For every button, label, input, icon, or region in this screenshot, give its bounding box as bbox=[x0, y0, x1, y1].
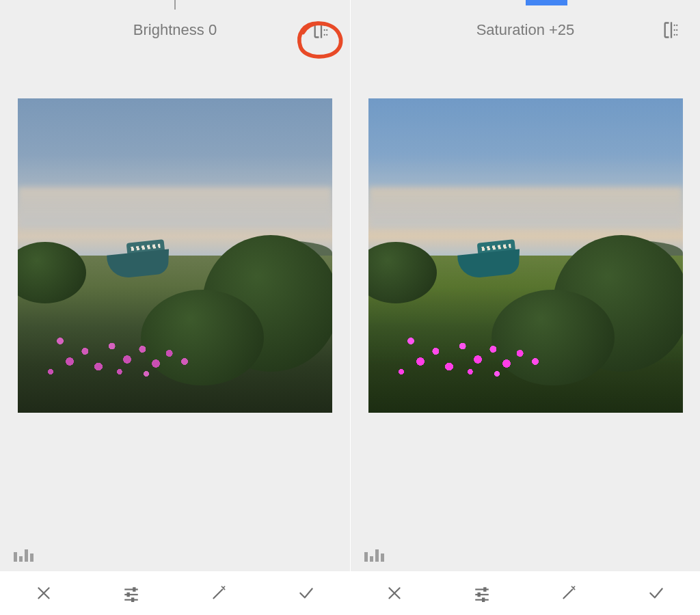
magic-wand-button[interactable] bbox=[552, 577, 585, 610]
svg-point-1 bbox=[324, 25, 325, 26]
svg-point-17 bbox=[676, 29, 677, 31]
svg-point-5 bbox=[324, 34, 325, 36]
compare-button[interactable] bbox=[312, 20, 331, 40]
photo-preview bbox=[18, 98, 332, 413]
photo-preview bbox=[368, 98, 683, 413]
svg-point-15 bbox=[676, 25, 677, 26]
svg-rect-10 bbox=[133, 587, 135, 592]
svg-point-2 bbox=[326, 25, 327, 26]
apply-button[interactable] bbox=[290, 577, 323, 610]
cancel-button[interactable] bbox=[27, 577, 60, 610]
editor-panel-left: Brightness 0 bbox=[0, 0, 350, 615]
svg-point-14 bbox=[674, 25, 675, 26]
bottom-toolbar bbox=[0, 571, 350, 615]
checkmark-icon bbox=[647, 584, 665, 602]
histogram-icon bbox=[14, 552, 17, 562]
svg-point-16 bbox=[674, 29, 675, 31]
compare-button[interactable] bbox=[662, 20, 681, 40]
magic-wand-icon bbox=[560, 584, 578, 602]
svg-point-18 bbox=[674, 34, 675, 36]
histogram-button[interactable] bbox=[364, 541, 385, 562]
close-icon bbox=[35, 584, 53, 602]
svg-point-4 bbox=[326, 29, 327, 31]
adjust-button[interactable] bbox=[466, 577, 498, 610]
adjustment-label: Saturation +25 bbox=[476, 21, 575, 39]
histogram-button[interactable] bbox=[14, 541, 34, 562]
svg-rect-25 bbox=[482, 598, 485, 603]
magic-wand-button[interactable] bbox=[202, 577, 235, 610]
close-icon bbox=[386, 584, 403, 602]
svg-point-3 bbox=[324, 29, 325, 31]
cancel-button[interactable] bbox=[378, 577, 411, 610]
adjustment-header: Brightness 0 bbox=[0, 3, 350, 57]
magic-wand-icon bbox=[210, 584, 228, 602]
adjust-sliders-icon bbox=[122, 584, 140, 602]
image-canvas-area[interactable] bbox=[0, 57, 350, 571]
compare-icon bbox=[662, 20, 681, 40]
adjust-sliders-icon bbox=[473, 584, 491, 602]
svg-rect-12 bbox=[131, 598, 134, 603]
image-canvas-area[interactable] bbox=[351, 57, 700, 571]
checkmark-icon bbox=[297, 584, 315, 602]
adjustment-label: Brightness 0 bbox=[133, 21, 217, 39]
compare-icon bbox=[312, 20, 331, 40]
adjust-button[interactable] bbox=[115, 577, 148, 610]
bottom-toolbar bbox=[351, 571, 700, 615]
svg-point-19 bbox=[676, 34, 677, 36]
histogram-icon bbox=[364, 552, 368, 562]
svg-point-6 bbox=[326, 34, 327, 36]
editor-panel-right: Saturation +25 bbox=[350, 0, 700, 615]
adjustment-header: Saturation +25 bbox=[351, 3, 700, 57]
svg-rect-11 bbox=[127, 592, 130, 597]
svg-rect-24 bbox=[477, 592, 480, 597]
apply-button[interactable] bbox=[640, 577, 673, 610]
svg-rect-23 bbox=[483, 587, 486, 592]
